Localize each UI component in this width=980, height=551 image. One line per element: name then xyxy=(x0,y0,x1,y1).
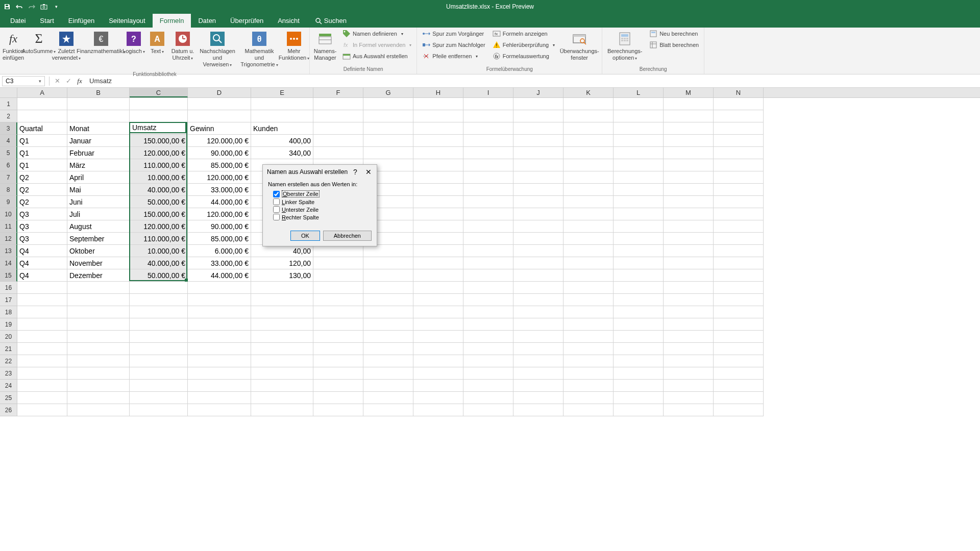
cell-K6[interactable] xyxy=(564,159,614,171)
cell-L8[interactable] xyxy=(614,184,664,196)
cell-C8[interactable]: 40.000,00 € xyxy=(130,184,188,196)
cell-H26[interactable] xyxy=(413,404,463,416)
cell-I7[interactable] xyxy=(463,171,513,184)
cell-J23[interactable] xyxy=(513,367,564,380)
cell-H4[interactable] xyxy=(413,135,463,147)
cell-C4[interactable]: 150.000,00 € xyxy=(130,135,188,147)
cell-B4[interactable]: Januar xyxy=(67,135,130,147)
cell-H3[interactable] xyxy=(413,122,463,135)
row-header-8[interactable]: 8 xyxy=(0,184,17,196)
cell-M4[interactable] xyxy=(664,135,714,147)
cell-C13[interactable]: 10.000,00 € xyxy=(130,245,188,257)
cell-G26[interactable] xyxy=(363,404,413,416)
cell-K23[interactable] xyxy=(564,367,614,380)
cell-D6[interactable]: 85.000,00 € xyxy=(188,159,251,171)
cell-B17[interactable] xyxy=(67,294,130,306)
cell-K17[interactable] xyxy=(564,294,614,306)
column-header-K[interactable]: K xyxy=(564,88,614,97)
cell-I22[interactable] xyxy=(463,355,513,367)
cell-C23[interactable] xyxy=(130,367,188,380)
name-box[interactable]: C3 ▾ xyxy=(2,76,45,86)
save-icon[interactable] xyxy=(3,3,11,11)
create-from-selection-button[interactable]: Aus Auswahl erstellen xyxy=(339,51,414,61)
cell-D11[interactable]: 90.000,00 € xyxy=(188,220,251,233)
cell-L24[interactable] xyxy=(614,380,664,392)
cell-H14[interactable] xyxy=(413,257,463,269)
cell-A24[interactable] xyxy=(17,380,67,392)
cell-J12[interactable] xyxy=(513,233,564,245)
cell-L14[interactable] xyxy=(614,257,664,269)
calc-now-button[interactable]: Neu berechnen xyxy=(646,29,702,39)
cell-H10[interactable] xyxy=(413,208,463,220)
cell-B10[interactable]: Juli xyxy=(67,208,130,220)
dialog-titlebar[interactable]: Namen aus Auswahl erstellen ? ✕ xyxy=(263,165,377,179)
cell-J15[interactable] xyxy=(513,269,564,282)
cell-M21[interactable] xyxy=(664,343,714,355)
cell-L12[interactable] xyxy=(614,233,664,245)
row-header-26[interactable]: 26 xyxy=(0,404,17,416)
cell-C11[interactable]: 120.000,00 € xyxy=(130,220,188,233)
cell-F13[interactable] xyxy=(313,245,363,257)
cell-B7[interactable]: April xyxy=(67,171,130,184)
row-header-16[interactable]: 16 xyxy=(0,282,17,294)
row-header-3[interactable]: 3 xyxy=(0,122,17,135)
cell-N9[interactable] xyxy=(714,196,764,208)
cell-M11[interactable] xyxy=(664,220,714,233)
cell-I2[interactable] xyxy=(463,110,513,122)
cell-L5[interactable] xyxy=(614,147,664,159)
cell-K18[interactable] xyxy=(564,306,614,318)
cell-N2[interactable] xyxy=(714,110,764,122)
cell-F22[interactable] xyxy=(313,355,363,367)
cell-N1[interactable] xyxy=(714,98,764,110)
formula-input[interactable]: Umsatz xyxy=(85,76,980,86)
cell-N24[interactable] xyxy=(714,380,764,392)
redo-icon[interactable] xyxy=(28,3,36,11)
cell-D14[interactable]: 33.000,00 € xyxy=(188,257,251,269)
column-header-F[interactable]: F xyxy=(313,88,363,97)
cell-J25[interactable] xyxy=(513,392,564,404)
cell-B21[interactable] xyxy=(67,343,130,355)
cell-G15[interactable] xyxy=(363,269,413,282)
insert-function-button[interactable]: fx Funktion einfügen xyxy=(2,29,24,63)
cell-I8[interactable] xyxy=(463,184,513,196)
cell-A2[interactable] xyxy=(17,110,67,122)
undo-icon[interactable] xyxy=(15,3,23,11)
cell-I15[interactable] xyxy=(463,269,513,282)
cell-L4[interactable] xyxy=(614,135,664,147)
cell-D13[interactable]: 6.000,00 € xyxy=(188,245,251,257)
cell-J9[interactable] xyxy=(513,196,564,208)
cell-J13[interactable] xyxy=(513,245,564,257)
cell-C18[interactable] xyxy=(130,306,188,318)
cell-K16[interactable] xyxy=(564,282,614,294)
cell-G19[interactable] xyxy=(363,318,413,331)
cell-I11[interactable] xyxy=(463,220,513,233)
cell-N15[interactable] xyxy=(714,269,764,282)
calc-sheet-button[interactable]: Blatt berechnen xyxy=(646,40,702,50)
cell-M25[interactable] xyxy=(664,392,714,404)
cell-E20[interactable] xyxy=(251,331,313,343)
cell-D10[interactable]: 120.000,00 € xyxy=(188,208,251,220)
cell-L15[interactable] xyxy=(614,269,664,282)
cell-A26[interactable] xyxy=(17,404,67,416)
cell-D20[interactable] xyxy=(188,331,251,343)
cell-C10[interactable]: 150.000,00 € xyxy=(130,208,188,220)
cell-M9[interactable] xyxy=(664,196,714,208)
cell-M5[interactable] xyxy=(664,147,714,159)
cell-D23[interactable] xyxy=(188,367,251,380)
cell-G22[interactable] xyxy=(363,355,413,367)
column-header-B[interactable]: B xyxy=(67,88,130,97)
column-header-N[interactable]: N xyxy=(714,88,764,97)
cell-I17[interactable] xyxy=(463,294,513,306)
column-header-M[interactable]: M xyxy=(664,88,714,97)
cell-K2[interactable] xyxy=(564,110,614,122)
cell-D3[interactable]: Gewinn xyxy=(188,122,251,135)
cell-A4[interactable]: Q1 xyxy=(17,135,67,147)
cell-E3[interactable]: Kunden xyxy=(251,122,313,135)
error-checking-button[interactable]: ! Fehlerüberprüfung▾ xyxy=(489,40,558,50)
cell-L6[interactable] xyxy=(614,159,664,171)
checkbox-left-col[interactable]: Linker Spalte xyxy=(273,198,372,205)
cell-G23[interactable] xyxy=(363,367,413,380)
cell-B12[interactable]: September xyxy=(67,233,130,245)
cell-L10[interactable] xyxy=(614,208,664,220)
cell-I26[interactable] xyxy=(463,404,513,416)
